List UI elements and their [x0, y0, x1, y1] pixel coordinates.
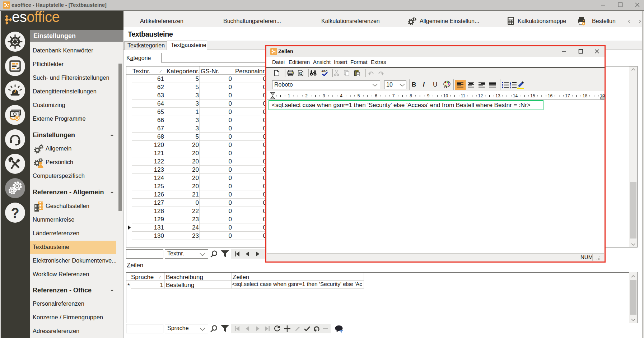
svg-text:10: 10	[443, 93, 448, 98]
svg-text:16: 16	[548, 93, 553, 98]
svg-text:A: A	[444, 84, 448, 88]
svg-text:3: 3	[323, 93, 325, 98]
svg-text:3: 3	[510, 86, 511, 88]
svg-text:15: 15	[530, 93, 535, 98]
svg-text:13: 13	[495, 93, 500, 98]
svg-text:7: 7	[392, 93, 395, 98]
svg-text:5: 5	[358, 93, 360, 98]
svg-text:9: 9	[427, 93, 430, 98]
svg-text:1: 1	[288, 93, 290, 98]
svg-text:8: 8	[410, 93, 412, 98]
svg-text:2: 2	[305, 93, 308, 98]
svg-text:11: 11	[461, 93, 466, 98]
svg-text:17: 17	[565, 93, 570, 98]
svg-text:12: 12	[478, 93, 483, 98]
svg-text:18: 18	[583, 93, 588, 98]
svg-text:4: 4	[340, 93, 342, 98]
svg-text:?: ?	[11, 205, 19, 221]
svg-text:14: 14	[513, 93, 518, 98]
svg-text:6: 6	[375, 93, 377, 98]
